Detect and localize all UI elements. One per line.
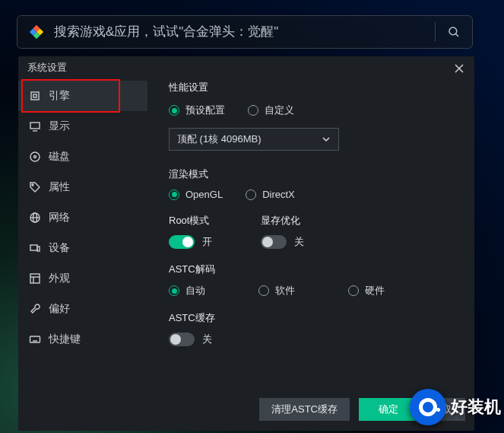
radio-astc-software[interactable]: 软件 (258, 284, 295, 298)
radio-custom-config[interactable]: 自定义 (248, 103, 294, 117)
toggle-vram-opt[interactable]: 关 (261, 235, 304, 249)
svg-rect-21 (30, 274, 40, 283)
svg-rect-9 (31, 92, 39, 100)
search-input[interactable] (54, 24, 430, 40)
radio-directx[interactable]: DirectX (246, 189, 295, 200)
keyboard-icon (29, 333, 41, 345)
sidebar-item-properties[interactable]: 属性 (18, 172, 147, 202)
search-bar (17, 15, 473, 49)
settings-sidebar: 引擎 显示 磁盘 属性 网络 设备 外观 偏好 (18, 81, 147, 355)
radio-preset-config[interactable]: 预设配置 (169, 103, 225, 117)
astc-cache-title: ASTC缓存 (169, 311, 467, 325)
sidebar-item-label: 设备 (49, 241, 70, 255)
globe-icon (29, 212, 41, 224)
radio-label: DirectX (262, 189, 295, 200)
sidebar-item-preferences[interactable]: 偏好 (18, 294, 147, 324)
sidebar-item-devices[interactable]: 设备 (18, 233, 147, 263)
sidebar-item-label: 外观 (49, 272, 70, 285)
cpu-icon (29, 90, 41, 102)
sidebar-item-disk[interactable]: 磁盘 (18, 142, 147, 172)
radio-label: 软件 (275, 284, 295, 298)
panel-title: 系统设置 (27, 61, 67, 75)
radio-astc-auto[interactable]: 自动 (169, 284, 205, 298)
svg-point-13 (30, 152, 40, 161)
toggle-state-label: 关 (202, 333, 212, 346)
sidebar-item-engine[interactable]: 引擎 (18, 81, 147, 111)
radio-label: 预设配置 (185, 103, 225, 117)
radio-dot-icon (258, 285, 269, 296)
sidebar-item-label: 显示 (49, 119, 70, 133)
svg-point-15 (32, 184, 33, 186)
radio-label: 硬件 (365, 284, 385, 298)
radio-dot-icon (169, 105, 179, 116)
close-button[interactable] (452, 61, 467, 76)
brand-text: 好装机 (451, 396, 501, 419)
sidebar-item-label: 磁盘 (49, 150, 70, 164)
sidebar-item-label: 快捷键 (49, 333, 81, 346)
watermark-brand: 好装机 (410, 389, 501, 425)
vram-opt-title: 显存优化 (261, 214, 304, 228)
radio-label: OpenGL (185, 189, 223, 200)
radio-label: 自动 (185, 284, 205, 298)
panel-footer: 清理ASTC缓存 确定 取 (18, 394, 474, 425)
settings-content: 性能设置 预设配置 自定义 顶配 (1核 4096MB) 渲染模式 OpenGL (169, 81, 467, 393)
radio-dot-icon (169, 285, 179, 296)
radio-label: 自定义 (265, 103, 294, 117)
svg-point-14 (34, 156, 36, 158)
app-logo-icon (28, 24, 45, 40)
toggle-astc-cache[interactable]: 关 (169, 333, 467, 346)
sidebar-item-label: 网络 (49, 211, 70, 224)
layout-icon (29, 272, 41, 285)
render-mode-title: 渲染模式 (169, 167, 467, 181)
sidebar-item-shortcuts[interactable]: 快捷键 (18, 324, 147, 355)
toggle-track-icon (169, 235, 195, 249)
device-icon (29, 242, 41, 254)
select-value: 顶配 (1核 4096MB) (177, 132, 262, 146)
svg-rect-10 (33, 94, 36, 97)
chevron-down-icon (322, 135, 331, 144)
svg-rect-11 (30, 123, 40, 129)
toggle-state-label: 开 (202, 235, 212, 249)
svg-rect-24 (30, 336, 40, 342)
radio-opengl[interactable]: OpenGL (169, 189, 223, 200)
sidebar-item-label: 属性 (49, 180, 70, 194)
radio-dot-icon (248, 105, 258, 116)
settings-panel: 系统设置 引擎 显示 磁盘 属性 网络 设备 (18, 56, 474, 431)
wrench-icon (29, 303, 41, 315)
toggle-root-mode[interactable]: 开 (169, 235, 212, 249)
toggle-track-icon (261, 235, 287, 249)
tag-icon (29, 181, 41, 193)
sidebar-item-network[interactable]: 网络 (18, 202, 147, 233)
disk-icon (29, 151, 41, 163)
svg-rect-20 (37, 247, 40, 251)
search-divider (435, 22, 436, 42)
monitor-icon (29, 120, 41, 132)
radio-dot-icon (246, 189, 256, 200)
radio-dot-icon (348, 285, 359, 296)
sidebar-item-appearance[interactable]: 外观 (18, 263, 147, 294)
astc-decode-title: ASTC解码 (169, 263, 467, 276)
radio-astc-hardware[interactable]: 硬件 (348, 284, 385, 298)
sidebar-item-display[interactable]: 显示 (18, 111, 147, 142)
performance-preset-select[interactable]: 顶配 (1核 4096MB) (169, 128, 339, 151)
close-icon (455, 64, 464, 73)
svg-point-5 (449, 27, 457, 35)
sidebar-item-label: 偏好 (49, 302, 70, 316)
svg-rect-19 (30, 245, 37, 250)
toggle-state-label: 关 (294, 235, 304, 249)
performance-section-title: 性能设置 (169, 81, 467, 94)
radio-dot-icon (169, 189, 179, 200)
root-mode-title: Root模式 (169, 214, 212, 228)
clear-astc-cache-button[interactable]: 清理ASTC缓存 (259, 398, 350, 421)
toggle-track-icon (169, 333, 195, 346)
svg-line-6 (455, 33, 458, 37)
search-icon (447, 25, 461, 39)
search-button[interactable] (440, 18, 468, 46)
sidebar-item-label: 引擎 (49, 89, 70, 103)
brand-logo-icon (410, 389, 446, 425)
